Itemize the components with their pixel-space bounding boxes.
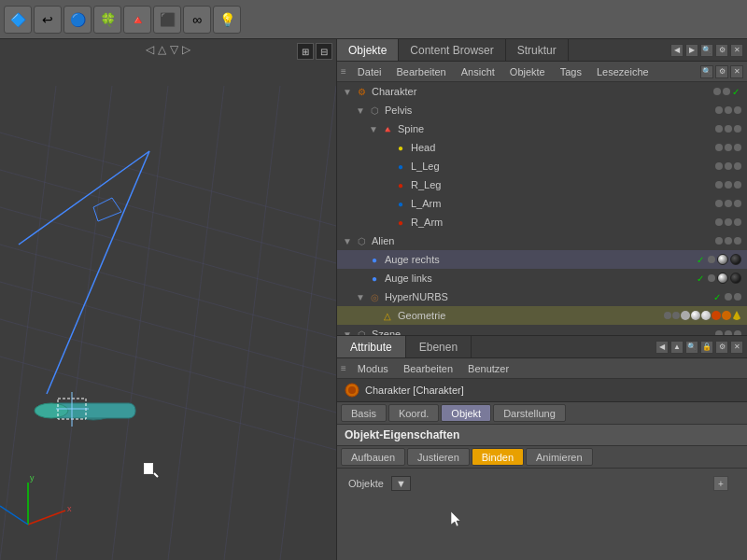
panel-nav-right[interactable]: ▶ <box>685 44 698 57</box>
tree-search[interactable]: 🔍 <box>700 65 713 78</box>
dots-head <box>715 144 743 151</box>
arrow-left[interactable]: ◁ <box>146 43 154 56</box>
toolbar-icon-grid[interactable]: ⬛ <box>153 6 181 34</box>
toolbar-icon-light[interactable]: 💡 <box>213 6 241 34</box>
toolbar-icon-sphere[interactable]: 🔵 <box>63 6 92 34</box>
sub-tab-binden[interactable]: Binden <box>472 448 524 466</box>
tree-row-alien[interactable]: ▼ ⬡ Alien <box>337 231 747 250</box>
panel-close[interactable]: ✕ <box>730 44 743 57</box>
panel-nav-left[interactable]: ◀ <box>670 44 684 57</box>
expand-szene[interactable]: ▼ <box>341 329 354 337</box>
nav-btn-darstellung[interactable]: Darstellung <box>493 404 566 422</box>
add-icon[interactable]: + <box>713 476 728 491</box>
tree-row-larm[interactable]: ● L_Arm <box>337 194 747 213</box>
icon-larm: ● <box>393 196 408 211</box>
expand-alien[interactable]: ▼ <box>341 236 354 246</box>
attr-nav-left[interactable]: ◀ <box>655 341 669 354</box>
attr-title-bar: Charakter [Charakter] <box>337 379 747 402</box>
menu-objekte[interactable]: Objekte <box>506 64 549 79</box>
dot2 <box>725 125 732 133</box>
label-larm: L_Arm <box>411 198 715 209</box>
tree-row-pelvis[interactable]: ▼ ⬡ Pelvis <box>337 101 747 119</box>
arrow-up[interactable]: △ <box>158 43 166 56</box>
toolbar-icon-cube[interactable]: 🔷 <box>4 6 32 34</box>
icon-charakter: ⚙ <box>354 84 369 99</box>
attr-close[interactable]: ✕ <box>730 341 743 354</box>
sub-tab-justieren[interactable]: Justieren <box>407 448 470 466</box>
icon-pelvis: ⬡ <box>367 103 382 118</box>
obj-content: Objekte ▼ + <box>337 469 747 560</box>
attr-search[interactable]: 🔍 <box>685 341 698 354</box>
attr-nav-up[interactable]: ▲ <box>670 341 684 354</box>
dot2 <box>725 106 732 114</box>
tab-attribute[interactable]: Attribute <box>337 336 406 357</box>
tree-row-geometrie[interactable]: △ Geometrie <box>337 306 747 325</box>
toolbar-icon-clover[interactable]: 🍀 <box>93 6 121 34</box>
arrow-right[interactable]: ▷ <box>182 43 190 56</box>
attr-title-icon <box>345 383 359 398</box>
content-area[interactable] <box>341 495 743 556</box>
tree-row-auge-links[interactable]: ● Auge links ✓ <box>337 269 747 287</box>
arrow-down[interactable]: ▽ <box>170 43 178 56</box>
tree-close[interactable]: ✕ <box>730 65 743 78</box>
nav-btn-objekt[interactable]: Objekt <box>441 404 491 422</box>
objekte-row: Objekte ▼ + <box>341 472 743 495</box>
panel-settings[interactable]: ⚙ <box>715 44 728 57</box>
tree-row-rleg[interactable]: ● R_Leg <box>337 175 747 194</box>
attr-menu-bearbeiten[interactable]: Bearbeiten <box>400 361 457 376</box>
svg-point-36 <box>348 386 356 394</box>
label-rarm: R_Arm <box>411 217 715 228</box>
mat-ball-1 <box>717 254 728 265</box>
attr-menu-benutzer[interactable]: Benutzer <box>464 361 513 376</box>
expand-charakter[interactable]: ▼ <box>341 87 354 97</box>
attr-settings[interactable]: ⚙ <box>715 341 728 354</box>
dots-auge-links: ✓ <box>697 273 743 284</box>
nav-btn-koord[interactable]: Koord. <box>388 404 439 422</box>
menu-lesezeiche[interactable]: Lesezeiche <box>593 64 653 79</box>
vp-btn-1[interactable]: ⊞ <box>297 43 314 60</box>
tree-row-szene[interactable]: ▼ ⬡ Szene <box>337 325 747 336</box>
menu-datei[interactable]: Datei <box>354 64 386 79</box>
menu-bearbeiten[interactable]: Bearbeiten <box>393 64 450 79</box>
tree-row-spine[interactable]: ▼ 🔺 Spine <box>337 119 747 138</box>
tab-bar-top: Objekte Content Browser Struktur ◀ ▶ 🔍 ⚙… <box>337 39 747 62</box>
tree-row-charakter[interactable]: ▼ ⚙ Charakter ✓ <box>337 82 747 101</box>
tree-row-lleg[interactable]: ● L_Leg <box>337 157 747 175</box>
toolbar-icon-infinity[interactable]: ∞ <box>183 6 211 34</box>
tab-ebenen[interactable]: Ebenen <box>406 336 472 357</box>
attr-menu-modus[interactable]: Modus <box>354 361 392 376</box>
toolbar-icon-bend[interactable]: ↩ <box>34 6 62 34</box>
menu-ansicht[interactable]: Ansicht <box>458 64 499 79</box>
vp-btn-2[interactable]: ⊟ <box>316 43 332 60</box>
expand-hypernurbs[interactable]: ▼ <box>354 292 367 302</box>
dots-lleg <box>715 162 743 170</box>
dot3 <box>734 106 741 114</box>
svg-rect-0 <box>0 39 336 560</box>
attr-tab-bar: Attribute Ebenen ◀ ▲ 🔍 🔒 ⚙ ✕ <box>337 336 747 358</box>
tree-row-auge-rechts[interactable]: ● Auge rechts ✓ <box>337 250 747 269</box>
label-charakter: Charakter <box>372 86 713 97</box>
expand-pelvis[interactable]: ▼ <box>354 105 367 116</box>
expand-spine[interactable]: ▼ <box>367 124 380 134</box>
sub-tab-aufbauen[interactable]: Aufbauen <box>341 448 405 466</box>
viewport-3d[interactable]: x y z ◁ △ ▽ ▷ <box>0 39 336 560</box>
tree-settings[interactable]: ⚙ <box>715 65 728 78</box>
tab-content-browser[interactable]: Content Browser <box>399 39 505 61</box>
tab-objekte[interactable]: Objekte <box>337 39 399 61</box>
panel-search[interactable]: 🔍 <box>700 44 713 57</box>
obj-properties-title: Objekt-Eigenschaften <box>337 425 747 446</box>
objekte-label: Objekte <box>348 478 384 489</box>
sub-tab-animieren[interactable]: Animieren <box>526 448 593 466</box>
menu-tags[interactable]: Tags <box>557 64 585 79</box>
tree-row-hypernurbs[interactable]: ▼ ◎ HyperNURBS ✓ <box>337 287 747 306</box>
tab-struktur[interactable]: Struktur <box>506 39 569 61</box>
tree-row-rarm[interactable]: ● R_Arm <box>337 213 747 231</box>
tree-row-head[interactable]: ● Head <box>337 138 747 157</box>
dots-rleg <box>715 181 743 189</box>
attr-lock[interactable]: 🔒 <box>700 341 713 354</box>
svg-rect-33 <box>145 464 152 473</box>
objekte-dropdown[interactable]: ▼ <box>391 476 411 491</box>
nav-btn-basis[interactable]: Basis <box>341 404 387 422</box>
toolbar-icon-cone[interactable]: 🔺 <box>123 6 151 34</box>
mat-g6 <box>732 311 741 320</box>
